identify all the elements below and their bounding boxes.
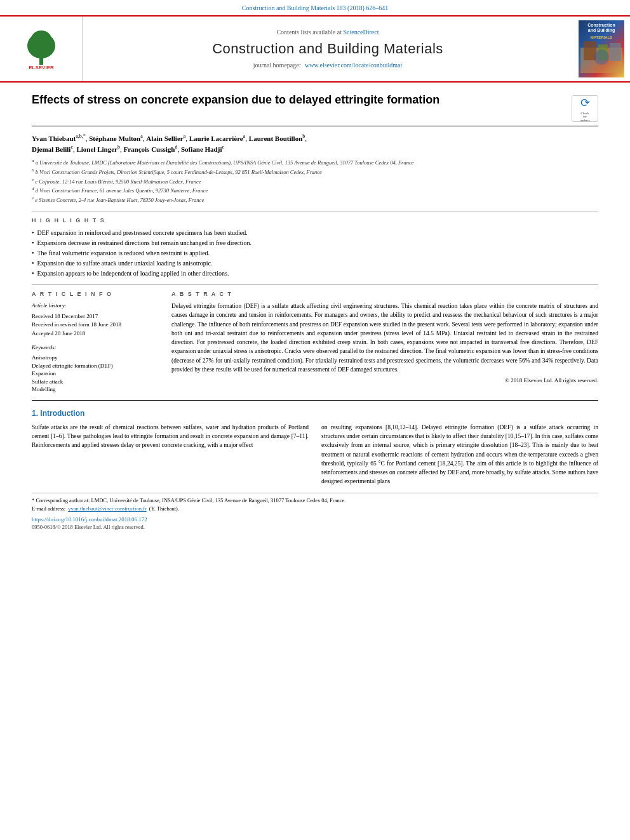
- history-label: Article history:: [32, 302, 159, 310]
- author-yvan: Yvan Thiebaut: [32, 135, 76, 142]
- keyword-2: Delayed ettringite formation (DEF): [32, 362, 159, 370]
- divider-2: [32, 284, 598, 285]
- highlights-section: H I G H L I G H T S • DEF expansion in r…: [32, 217, 598, 278]
- intro-col-right: on resulting expansions [8,10,12–14]. De…: [321, 423, 598, 486]
- doi-bar: Construction and Building Materials 183 …: [0, 0, 630, 15]
- affiliations-section: a a Université de Toulouse, LMDC (Labora…: [32, 158, 598, 204]
- introduction-title: 1. Introduction: [32, 408, 598, 419]
- svg-text:ELSEVIER: ELSEVIER: [29, 65, 54, 70]
- highlight-item-3: • The final volumetric expansion is redu…: [32, 249, 598, 258]
- revised-date: Received in revised form 18 June 2018: [32, 321, 159, 329]
- sciencedirect-link[interactable]: ScienceDirect: [343, 29, 379, 36]
- author-laurie: Laurie Lacarrière: [189, 135, 243, 142]
- author-stephane-sup: a: [140, 133, 143, 139]
- author-lionel-sup: b: [117, 144, 120, 150]
- highlight-item-1: • DEF expansion in reinforced and prestr…: [32, 229, 598, 237]
- highlight-item-4: • Expansion due to sulfate attack under …: [32, 259, 598, 268]
- email-label: E-mail address:: [32, 505, 65, 512]
- divider-1: [32, 211, 598, 211]
- article-info-column: A R T I C L E I N F O Article history: R…: [32, 290, 159, 394]
- article-info-abstract-section: A R T I C L E I N F O Article history: R…: [32, 290, 598, 394]
- svg-point-3: [31, 30, 51, 48]
- doi-text: Construction and Building Materials 183 …: [242, 4, 389, 11]
- abstract-column: A B S T R A C T Delayed ettringite forma…: [171, 290, 598, 394]
- bullet-2: •: [32, 239, 34, 248]
- highlight-item-2: • Expansions decrease in restrained dire…: [32, 239, 598, 248]
- author-stephane: Stéphane Multon: [89, 135, 140, 142]
- affil-b: b b Vinci Construction Grands Projets, D…: [32, 168, 598, 177]
- journal-header-center: Contents lists available at ScienceDirec…: [83, 17, 573, 81]
- author-djemal: Djemal Belili: [32, 145, 70, 153]
- author-yvan-sup: a,b,*: [76, 133, 86, 139]
- intro-col-left: Sulfate attacks are the result of chemic…: [32, 423, 309, 486]
- main-content: Effects of stress on concrete expansion …: [0, 83, 630, 542]
- corresponding-footnote: * Corresponding author at: LMDC, Univers…: [32, 497, 598, 505]
- divider-3: [32, 400, 598, 401]
- cover-title-text: Constructionand Building: [587, 23, 615, 34]
- check-updates-label: Checkforupdates: [580, 112, 589, 123]
- author-sofiane: Sofiane Hadji: [181, 145, 222, 153]
- author-djemal-sup: c: [70, 144, 73, 150]
- article-info-header: A R T I C L E I N F O: [32, 290, 159, 298]
- author-alain: Alain Sellier: [146, 135, 183, 142]
- bullet-5: •: [32, 269, 34, 278]
- elsevier-logo-area: ELSEVIER: [0, 17, 83, 81]
- bullet-1: •: [32, 229, 34, 237]
- svg-point-9: [594, 50, 609, 65]
- check-updates-badge: ⟳ Checkforupdates: [572, 95, 598, 122]
- keyword-3: Expansion: [32, 370, 159, 378]
- affil-d: d d Vinci Construction France, 61 avenue…: [32, 186, 598, 195]
- cover-subtitle-text: MATERIALS: [591, 35, 613, 40]
- affil-c: c c Cofiroute, 12-14 rue Louis Blériot, …: [32, 177, 598, 186]
- article-title-container: Effects of stress on concrete expansion …: [32, 93, 564, 107]
- footnotes-section: * Corresponding author at: LMDC, Univers…: [32, 493, 598, 531]
- keyword-5: Modelling: [32, 385, 159, 394]
- check-updates-icon: ⟳: [580, 95, 590, 111]
- journal-homepage: journal homepage: www.elsevier.com/locat…: [253, 61, 402, 70]
- abstract-header: A B S T R A C T: [171, 290, 598, 298]
- author-francois-sup: d: [175, 144, 177, 150]
- email-link[interactable]: yvan.thiebaut@vinci-construction.fr: [68, 505, 147, 512]
- email-suffix: (Y. Thiebaut).: [149, 505, 179, 512]
- author-laurie-sup: a: [243, 133, 246, 139]
- abstract-text: Delayed ettringite formation (DEF) is a …: [171, 302, 598, 374]
- accepted-date: Accepted 20 June 2018: [32, 330, 159, 338]
- bullet-4: •: [32, 259, 34, 268]
- page: Construction and Building Materials 183 …: [0, 0, 630, 840]
- author-laurent: Laurent Boutillon: [249, 135, 302, 142]
- journal-cover-image: Constructionand Building MATERIALS: [579, 20, 624, 77]
- keywords-section: Keywords: Anisotropy Delayed ettringite …: [32, 343, 159, 394]
- article-title: Effects of stress on concrete expansion …: [32, 93, 564, 107]
- contents-available: Contents lists available at ScienceDirec…: [276, 28, 379, 37]
- authors-section: Yvan Thiebauta,b,*, Stéphane Multona, Al…: [32, 133, 598, 154]
- author-lionel: Lionel Linger: [76, 145, 117, 153]
- article-info-content: Article history: Received 18 December 20…: [32, 302, 159, 337]
- journal-title: Construction and Building Materials: [212, 39, 443, 59]
- bullet-3: •: [32, 249, 34, 258]
- affil-a: a a Université de Toulouse, LMDC (Labora…: [32, 158, 598, 167]
- received-date: Received 18 December 2017: [32, 312, 159, 321]
- author-laurent-sup: b: [302, 133, 305, 139]
- journal-cover-area: Constructionand Building MATERIALS: [573, 17, 630, 81]
- author-sofiane-sup: e: [222, 144, 224, 150]
- article-title-section: Effects of stress on concrete expansion …: [32, 93, 598, 126]
- keywords-label: Keywords:: [32, 343, 159, 352]
- introduction-section: 1. Introduction Sulfate attacks are the …: [32, 408, 598, 486]
- keyword-1: Anisotropy: [32, 354, 159, 362]
- rights-footer: 0950-0618/© 2018 Elsevier Ltd. All right…: [32, 524, 598, 531]
- author-francois: François Cussigh: [123, 145, 175, 153]
- homepage-link[interactable]: www.elsevier.com/locate/conbuildmat: [305, 62, 402, 69]
- doi-footer: https://doi.org/10.1016/j.conbuildmat.20…: [32, 516, 598, 524]
- affil-e: e e Sixense Concrete, 2-4 rue Jean-Bapti…: [32, 196, 598, 204]
- highlights-header: H I G H L I G H T S: [32, 217, 598, 225]
- keyword-4: Sulfate attack: [32, 378, 159, 386]
- elsevier-logo-icon: ELSEVIER: [13, 27, 70, 71]
- highlight-item-5: • Expansion appears to be independent of…: [32, 269, 598, 278]
- svg-rect-8: [610, 43, 621, 61]
- author-alain-sup: a: [184, 133, 186, 139]
- abstract-copyright: © 2018 Elsevier Ltd. All rights reserved…: [171, 377, 598, 385]
- introduction-body: Sulfate attacks are the result of chemic…: [32, 423, 598, 486]
- journal-header: ELSEVIER Contents lists available at Sci…: [0, 15, 630, 83]
- email-footnote: E-mail address: yvan.thiebaut@vinci-cons…: [32, 505, 598, 513]
